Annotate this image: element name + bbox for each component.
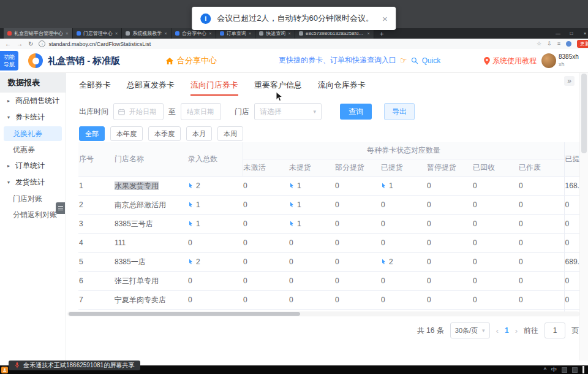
cell-status: 0 — [243, 196, 288, 215]
show-desktop-button[interactable] — [582, 366, 584, 373]
count-link[interactable]: 1 — [289, 200, 301, 209]
cell-total[interactable]: 2 — [187, 177, 243, 196]
start-date-field[interactable] — [128, 107, 159, 116]
range-quarter-button[interactable]: 本季度 — [148, 126, 181, 141]
menu-icon[interactable]: ≡ — [557, 41, 560, 47]
count-link[interactable]: 2 — [381, 258, 393, 266]
current-page[interactable]: 1 — [505, 326, 509, 335]
update-badge[interactable]: 更新 — [577, 40, 588, 48]
pointer-icon — [289, 183, 295, 189]
next-page-icon[interactable]: › — [515, 326, 518, 335]
pointer-icon — [289, 221, 295, 227]
back-icon[interactable]: ← — [5, 41, 11, 47]
count-link[interactable]: 1 — [289, 219, 301, 228]
tab-close-icon[interactable]: × — [367, 31, 370, 36]
count-link[interactable]: 1 — [381, 181, 393, 190]
cell-total[interactable]: 1 — [187, 215, 243, 234]
quick-label[interactable]: Quick — [422, 56, 441, 65]
cell-status[interactable]: 1 — [288, 196, 334, 215]
tutorial-link[interactable]: 系统使用教程 — [484, 56, 537, 66]
window-close-button[interactable]: × — [578, 31, 588, 36]
count-link[interactable]: 1 — [289, 181, 301, 190]
page-size-select[interactable]: 30条/页 ▾ — [450, 322, 490, 338]
tab-close-icon[interactable]: × — [288, 31, 291, 36]
cell-status[interactable]: 1 — [380, 177, 426, 196]
tab-hq-direct-cards[interactable]: 总部直发券卡 — [127, 80, 175, 96]
cell-total[interactable]: 1 — [187, 196, 243, 215]
cell-total: 0 — [187, 272, 243, 291]
horizontal-scrollbar[interactable] — [67, 311, 579, 316]
sidebar-item-order-stats[interactable]: ▸ 订单统计 — [0, 158, 66, 174]
cell-total[interactable]: 2 — [187, 253, 243, 272]
tab-store-flow-cards[interactable]: 流向门店券卡 — [190, 80, 238, 96]
end-date-input[interactable] — [181, 103, 221, 120]
url-field[interactable]: i standard.maboy.cn/CardFlowStatisticsLi… — [39, 40, 531, 47]
store-select[interactable]: 请选择 ▾ — [254, 103, 322, 120]
sidebar-collapse-handle[interactable] — [56, 202, 65, 214]
maximize-button[interactable]: □ — [565, 31, 578, 36]
tab-close-icon[interactable]: × — [66, 31, 69, 36]
search-button[interactable]: 查询 — [340, 104, 372, 120]
tray-expand-icon[interactable]: ^ — [544, 367, 546, 373]
vertical-scrollbar[interactable] — [579, 72, 588, 361]
browser-profile-icon[interactable] — [566, 41, 571, 47]
tab-close-icon[interactable]: × — [209, 31, 212, 36]
download-icon[interactable]: ⇩ — [547, 41, 552, 47]
bookmark-star-icon[interactable]: ☆ — [537, 41, 541, 47]
goto-page-input[interactable] — [545, 322, 565, 338]
tray-icon[interactable] — [562, 367, 567, 373]
tab-close-icon[interactable]: × — [249, 31, 252, 36]
tab-warehouse-flow-cards[interactable]: 流向仓库券卡 — [318, 80, 366, 96]
browser-tab[interactable]: 门店管理中心× — [73, 28, 123, 39]
browser-tab[interactable]: 礼盒营销平台管理中心× — [4, 28, 73, 39]
count-link[interactable]: 1 — [188, 200, 200, 209]
range-week-button[interactable]: 本周 — [217, 126, 243, 141]
ime-indicator[interactable]: 中 — [551, 366, 557, 374]
scrollbar-thumb[interactable] — [581, 74, 587, 153]
cell-status[interactable]: 1 — [288, 215, 334, 234]
tab-all-cards[interactable]: 全部券卡 — [79, 80, 111, 96]
share-center-link[interactable]: 合分享中心 — [165, 55, 217, 66]
cell-status[interactable]: 2 — [380, 253, 426, 272]
col-header-voided: 已作废 — [518, 159, 564, 177]
minimize-button[interactable]: — — [551, 31, 565, 36]
start-date-input[interactable] — [113, 103, 164, 120]
sidebar-item-product-sales[interactable]: ▸ 商品销售统计 — [0, 93, 66, 109]
forward-icon[interactable]: → — [17, 41, 23, 47]
range-month-button[interactable]: 本月 — [186, 126, 212, 141]
range-all-button[interactable]: 全部 — [79, 126, 105, 141]
close-icon[interactable]: × — [382, 13, 388, 24]
end-date-field[interactable] — [186, 107, 216, 116]
count-link[interactable]: 2 — [188, 181, 200, 190]
user-avatar[interactable] — [541, 53, 556, 68]
sidebar-item-shipping-stats[interactable]: ▾ 发货统计 — [0, 174, 66, 191]
search-icon[interactable] — [411, 57, 418, 64]
scrollbar-thumb[interactable] — [69, 312, 300, 316]
export-button[interactable]: 导出 — [384, 103, 415, 120]
prev-page-icon[interactable]: ‹ — [496, 326, 499, 335]
function-nav-button[interactable]: 功能 导航 — [0, 51, 18, 71]
reload-icon[interactable]: ↻ — [28, 41, 33, 47]
tray-icon[interactable] — [572, 367, 578, 373]
col-header-no: 序号 — [78, 142, 114, 177]
site-info-icon[interactable]: i — [39, 40, 45, 47]
range-year-button[interactable]: 本年度 — [110, 126, 143, 141]
hand-pointer-icon: ☞ — [400, 56, 407, 65]
meeting-toast: i 会议已超过2人，自动转为60分钟限时会议。 × — [192, 7, 396, 30]
cell-status: 0 — [472, 234, 518, 253]
sidebar-item-exchange-coupon[interactable]: 兑换礼券 — [4, 126, 62, 141]
count-link[interactable]: 2 — [188, 258, 200, 266]
tab-close-icon[interactable]: × — [115, 31, 118, 36]
cell-status[interactable]: 1 — [288, 177, 334, 196]
sidebar-item-card-stats[interactable]: ▾ 券卡统计 — [0, 109, 66, 126]
tab-close-icon[interactable]: × — [164, 31, 167, 36]
pointer-icon — [188, 183, 194, 189]
browser-tab[interactable]: 系统视频教学× — [122, 28, 172, 39]
quick-entry-text[interactable]: 更快捷的券卡、订单和快递查询入口 — [279, 55, 396, 66]
panel-collapse-icon[interactable]: » — [564, 76, 575, 86]
count-link[interactable]: 1 — [188, 219, 200, 228]
taskbar-person-icon[interactable] — [1, 367, 8, 373]
cell-status: 0 — [426, 215, 472, 234]
sidebar-item-discount-coupon[interactable]: 优惠券 — [0, 142, 66, 158]
main-area: 数据报表 ▸ 商品销售统计 ▾ 券卡统计 兑换礼券 优惠券 ▸ 订单统计 ▾ 发… — [0, 72, 588, 361]
